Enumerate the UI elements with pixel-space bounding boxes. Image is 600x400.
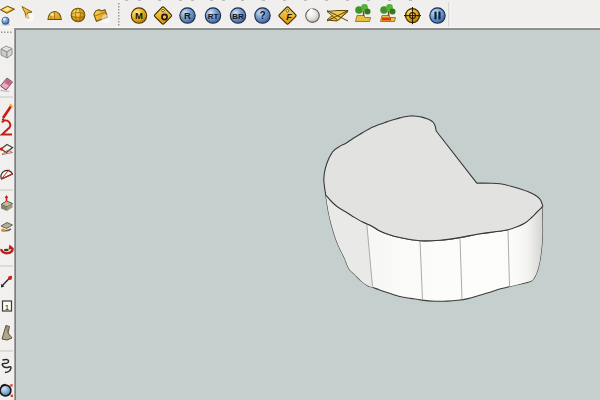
svg-text:F: F: [286, 12, 292, 22]
svg-text:R: R: [184, 10, 191, 21]
svg-text:RT: RT: [208, 12, 219, 21]
svg-text:M: M: [135, 10, 143, 21]
svg-text:BR: BR: [232, 12, 244, 21]
svg-text:1: 1: [5, 303, 10, 312]
svg-text:?: ?: [259, 10, 265, 21]
